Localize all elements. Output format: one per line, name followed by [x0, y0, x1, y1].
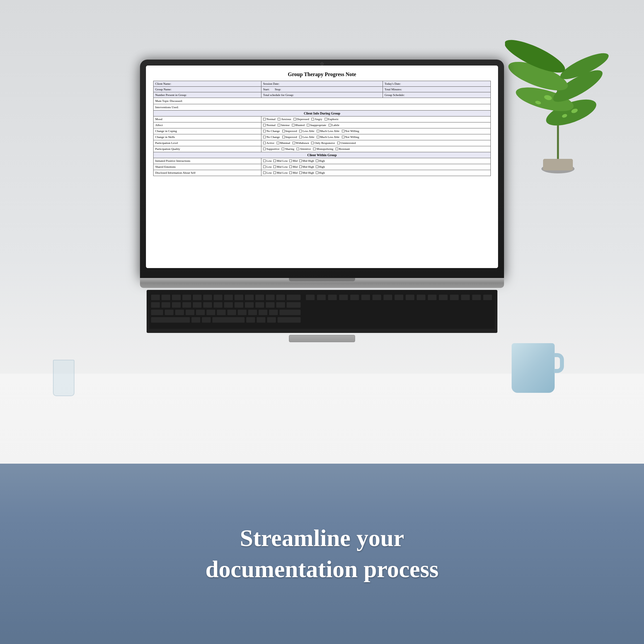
cb-mood-depressed[interactable] — [294, 118, 296, 120]
affect-options: Normal Intense Blunted Inappropriate Lab… — [261, 122, 491, 128]
affect-intense: Intense — [278, 123, 290, 127]
change-coping-label: Change in Coping — [154, 128, 261, 134]
plant-decoration — [505, 13, 611, 179]
cb-init-high[interactable] — [316, 160, 318, 162]
svg-rect-26 — [276, 295, 285, 300]
laptop-screen: Group Therapy Progress Note Client Name:… — [146, 66, 498, 268]
cb-se-midhigh[interactable] — [299, 165, 302, 168]
cb-init-low[interactable] — [263, 160, 266, 162]
svg-rect-68 — [361, 295, 370, 300]
client-info-section-label: Client Info During Group — [154, 111, 491, 116]
svg-rect-78 — [472, 295, 481, 300]
document-table: Client Name: Session Date: Today's Date:… — [153, 81, 491, 176]
cb-coping-nochange[interactable] — [263, 130, 266, 132]
cb-skills-notwilling[interactable] — [342, 136, 345, 138]
cb-pqual-resistant[interactable] — [336, 148, 338, 150]
cb-affect-intense[interactable] — [278, 124, 280, 126]
cb-di-high[interactable] — [316, 171, 318, 174]
cb-plevel-uninterested[interactable] — [337, 142, 340, 144]
se-midlow: Mid Low — [273, 165, 288, 168]
document-content: Group Therapy Progress Note Client Name:… — [146, 66, 498, 268]
cb-coping-notwilling[interactable] — [342, 130, 345, 132]
mood-anxious: Anxious — [278, 117, 291, 121]
cb-di-low[interactable] — [263, 171, 266, 174]
svg-rect-44 — [175, 309, 184, 315]
svg-rect-20 — [213, 295, 223, 300]
coping-lessable: Less Able — [299, 129, 314, 133]
svg-rect-63 — [306, 295, 315, 300]
cb-coping-lessable[interactable] — [299, 130, 302, 132]
todays-date-label: Today's Date: — [383, 81, 490, 87]
svg-rect-47 — [206, 309, 215, 315]
cb-plevel-withdrawn[interactable] — [293, 142, 295, 144]
se-high: High — [316, 165, 325, 168]
cb-affect-inappropriate[interactable] — [307, 124, 309, 126]
total-minutes-label: Total Minutes: — [383, 87, 490, 92]
cb-init-midhigh[interactable] — [299, 160, 302, 162]
skills-lessable: Less Able — [299, 135, 314, 139]
cb-se-low[interactable] — [263, 165, 266, 168]
cb-pqual-attentive[interactable] — [297, 148, 299, 150]
cb-init-midlow[interactable] — [273, 160, 276, 162]
cb-pqual-supportive[interactable] — [263, 148, 266, 150]
init-midhigh: Mid High — [299, 159, 314, 162]
mug-handle — [554, 353, 564, 373]
svg-rect-77 — [461, 295, 470, 300]
cb-skills-improved[interactable] — [282, 136, 285, 138]
cb-se-midlow[interactable] — [273, 165, 276, 168]
water-glass — [53, 360, 76, 399]
svg-rect-17 — [182, 295, 191, 300]
skills-notwilling: Not Willing — [342, 135, 359, 139]
pqual-resistant: Resistant — [336, 147, 350, 151]
cb-coping-muchlessable[interactable] — [317, 130, 319, 132]
shared-emotions-options: Low Mid Low Mid Mid High High — [261, 164, 491, 170]
plevel-uninterested: Uninterested — [337, 141, 356, 145]
pqual-supportive: Supportive — [263, 147, 280, 151]
svg-rect-45 — [185, 309, 195, 315]
cb-di-midlow[interactable] — [273, 171, 276, 174]
svg-rect-30 — [172, 302, 181, 308]
cb-skills-muchlessable[interactable] — [317, 136, 319, 138]
svg-rect-48 — [217, 309, 226, 315]
cb-se-mid[interactable] — [289, 165, 292, 168]
interventions-label: Interventions Used: — [154, 104, 491, 111]
cb-mood-euphoric[interactable] — [325, 118, 327, 120]
svg-rect-75 — [439, 295, 448, 300]
cb-affect-blunted[interactable] — [292, 124, 295, 126]
client-info-section-header: Client Info During Group — [154, 111, 491, 116]
participation-level-row: Participation Level Active Minimal Withd… — [154, 140, 491, 146]
cb-init-mid[interactable] — [289, 160, 292, 162]
cb-skills-nochange[interactable] — [263, 136, 266, 138]
svg-rect-35 — [224, 302, 233, 308]
document-title: Group Therapy Progress Note — [153, 71, 491, 77]
cb-pqual-sharing[interactable] — [282, 148, 284, 150]
cb-mood-angry[interactable] — [311, 118, 314, 120]
cb-mood-normal[interactable] — [263, 118, 266, 120]
svg-rect-57 — [202, 317, 211, 323]
cb-plevel-minimal[interactable] — [277, 142, 279, 144]
cb-mood-anxious[interactable] — [278, 118, 280, 120]
skills-nochange: No Change — [263, 135, 280, 139]
cb-plevel-active[interactable] — [263, 142, 266, 144]
svg-rect-23 — [245, 295, 254, 300]
cb-affect-labile[interactable] — [329, 124, 331, 126]
disclosed-info-row: Disclosed Information About Self Low Mid… — [154, 170, 491, 176]
cb-di-midhigh[interactable] — [299, 171, 302, 174]
svg-rect-38 — [255, 302, 264, 308]
cb-pqual-monopolizing[interactable] — [313, 148, 316, 150]
init-midlow: Mid Low — [273, 159, 288, 162]
cb-affect-normal[interactable] — [263, 124, 266, 126]
svg-rect-16 — [172, 295, 181, 300]
cb-coping-improved[interactable] — [282, 130, 285, 132]
cb-di-mid[interactable] — [289, 171, 292, 174]
se-midhigh: Mid High — [299, 165, 314, 168]
svg-rect-73 — [417, 295, 426, 300]
cb-se-high[interactable] — [316, 165, 318, 168]
svg-rect-46 — [196, 309, 205, 315]
cb-plevel-onlyresponsive[interactable] — [311, 142, 314, 144]
initiated-positive-row: Initiated Positive Interactions Low Mid … — [154, 158, 491, 164]
svg-rect-34 — [213, 302, 223, 308]
cb-skills-lessable[interactable] — [299, 136, 302, 138]
svg-rect-61 — [267, 317, 276, 323]
svg-rect-69 — [372, 295, 382, 300]
